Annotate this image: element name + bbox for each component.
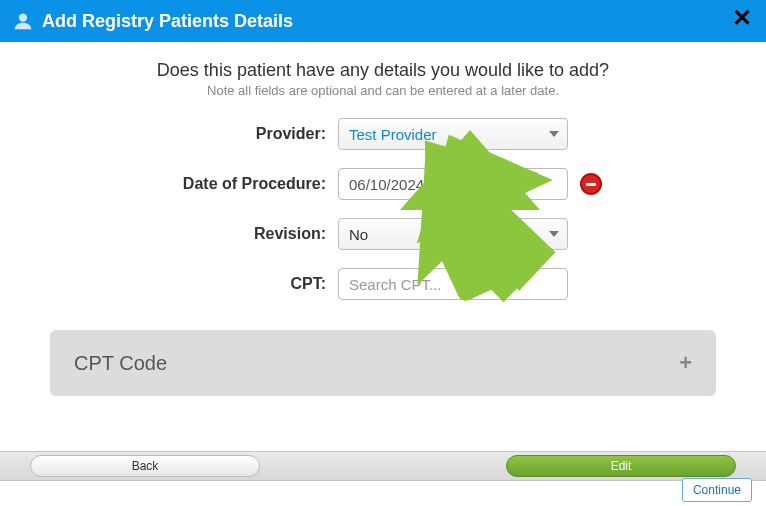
edit-button[interactable]: Edit xyxy=(506,455,736,477)
add-cpt-button[interactable]: + xyxy=(679,350,692,376)
prompt-question: Does this patient have any details you w… xyxy=(50,60,716,81)
continue-button-label: Continue xyxy=(693,483,741,497)
chevron-down-icon xyxy=(549,231,559,237)
date-value: 06/10/2024 xyxy=(349,176,424,193)
revision-select[interactable]: No xyxy=(338,218,568,250)
prompt-note: Note all fields are optional and can be … xyxy=(50,83,716,98)
row-date: Date of Procedure: 06/10/2024 xyxy=(123,168,643,200)
user-icon xyxy=(12,10,34,32)
label-cpt: CPT: xyxy=(123,275,338,293)
footer-bar: Back Edit xyxy=(0,451,766,481)
provider-value: Test Provider xyxy=(349,126,437,143)
dialog-title: Add Registry Patients Details xyxy=(42,11,293,32)
cpt-placeholder: Search CPT... xyxy=(349,276,442,293)
prompt-block: Does this patient have any details you w… xyxy=(50,60,716,98)
cpt-code-panel: CPT Code + xyxy=(50,330,716,396)
provider-select[interactable]: Test Provider xyxy=(338,118,568,150)
row-provider: Provider: Test Provider xyxy=(123,118,643,150)
edit-button-label: Edit xyxy=(611,459,632,473)
dialog-header: Add Registry Patients Details ✕ xyxy=(0,0,766,42)
dialog-body: Does this patient have any details you w… xyxy=(0,42,766,406)
row-revision: Revision: No xyxy=(123,218,643,250)
label-provider: Provider: xyxy=(123,125,338,143)
label-revision: Revision: xyxy=(123,225,338,243)
date-input[interactable]: 06/10/2024 xyxy=(338,168,568,200)
chevron-down-icon xyxy=(549,131,559,137)
continue-wrap: Continue xyxy=(682,478,752,502)
back-button-label: Back xyxy=(132,459,159,473)
details-form: Provider: Test Provider Date of Procedur… xyxy=(123,118,643,300)
back-button[interactable]: Back xyxy=(30,455,260,477)
close-icon[interactable]: ✕ xyxy=(732,6,752,30)
minus-icon xyxy=(586,183,596,186)
svg-point-0 xyxy=(19,14,27,22)
cpt-search-input[interactable]: Search CPT... xyxy=(338,268,568,300)
label-date: Date of Procedure: xyxy=(123,175,338,193)
continue-button[interactable]: Continue xyxy=(682,478,752,502)
remove-date-button[interactable] xyxy=(580,173,602,195)
cpt-code-heading: CPT Code xyxy=(74,352,167,375)
row-cpt: CPT: Search CPT... xyxy=(123,268,643,300)
revision-value: No xyxy=(349,226,368,243)
